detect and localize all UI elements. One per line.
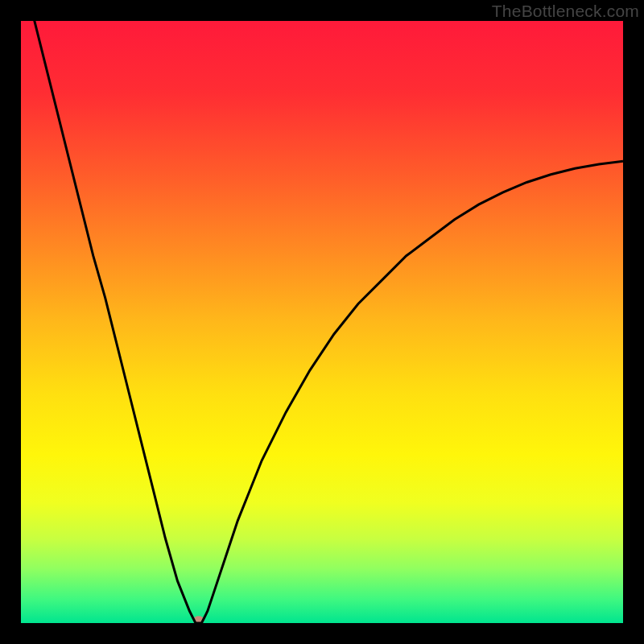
attribution-label: TheBottleneck.com	[492, 2, 639, 21]
chart-frame	[21, 21, 623, 623]
bottleneck-chart	[21, 21, 623, 623]
